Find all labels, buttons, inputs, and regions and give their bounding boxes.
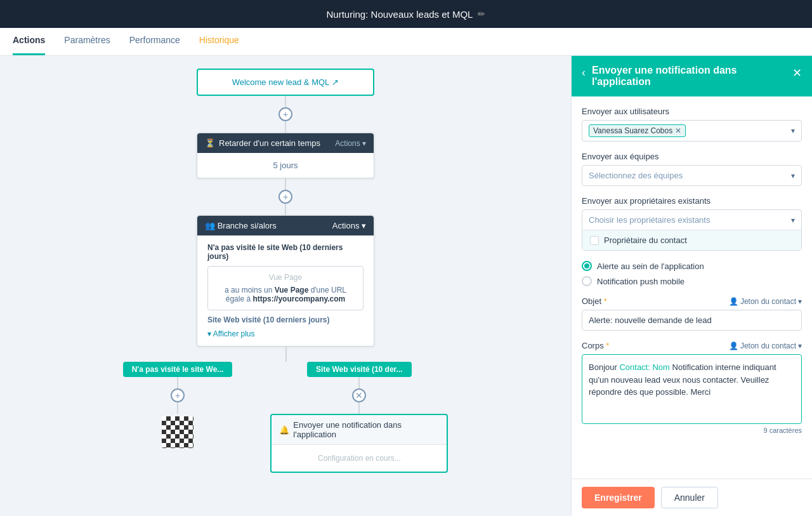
branch-header-left: 👥 Branche si/alors — [205, 221, 277, 230]
workflow-center: Welcome new lead & MQL ↗ + ⏳ Retarder d'… — [25, 69, 546, 473]
teams-dropdown-arrow: ▾ — [791, 171, 795, 180]
jeton-label: Jeton du contact — [740, 297, 796, 306]
vue-page-desc: a au moins un Vue Page d'une URL égale à… — [214, 286, 357, 303]
jeton-chevron: ▾ — [798, 297, 802, 306]
owners-dropdown-trigger[interactable]: Choisir les propriétaires existants ▾ — [582, 210, 801, 230]
notification-type-group: Alerte au sein de l'application Notifica… — [582, 261, 802, 286]
send-to-users-label: Envoyer aux utilisateurs — [582, 107, 802, 116]
cancel-button[interactable]: Annuler — [661, 487, 718, 508]
corps-contact: Contact: Nom — [619, 362, 669, 372]
vue-page-desc-1: a au moins un — [225, 286, 272, 294]
jeton-icon: 👤 — [729, 297, 738, 306]
show-more-btn[interactable]: ▾ Afficher plus — [207, 329, 363, 338]
email-link[interactable]: Welcome new lead & MQL ↗ — [208, 77, 363, 87]
char-count: 9 caractères — [582, 427, 802, 434]
delay-node-body: 5 jours — [197, 153, 374, 178]
corps-jeton-chevron: ▾ — [798, 341, 802, 350]
email-node: Welcome new lead & MQL ↗ — [197, 69, 374, 96]
site-visited-label: Site Web visité (10 derniers jours) — [207, 315, 363, 324]
connector-line-3 — [285, 178, 286, 190]
corps-jeton-btn[interactable]: 👤 Jeton du contact ▾ — [729, 341, 802, 350]
external-link-icon: ↗ — [332, 77, 339, 87]
objet-label: Objet * — [582, 296, 607, 306]
v-center-line — [285, 347, 287, 362]
users-dropdown-arrow: ▾ — [791, 126, 795, 135]
branches-row: N'a pas visité le site We... + Site Web … — [123, 362, 449, 473]
tab-performance[interactable]: Performance — [129, 28, 180, 55]
remove-right-btn[interactable]: ✕ — [352, 388, 366, 402]
main-layout: Welcome new lead & MQL ↗ + ⏳ Retarder d'… — [0, 56, 812, 516]
delay-node: ⏳ Retarder d'un certain temps Actions ▾ … — [197, 133, 374, 178]
connector-2: + — [278, 178, 292, 215]
branch-h-connector — [178, 347, 393, 362]
notif-node-header: 🔔 Envoyer une notification dans l'applic… — [272, 415, 447, 445]
objet-label-text: Objet — [582, 296, 601, 306]
branch-icon: 👥 — [205, 221, 215, 230]
connector-line — [285, 96, 286, 107]
branch-connector-area: N'a pas visité le site We... + Site Web … — [25, 347, 546, 473]
delay-actions-btn[interactable]: Actions ▾ — [335, 139, 366, 148]
tab-historique[interactable]: Historique — [199, 28, 239, 55]
teams-dropdown[interactable]: Sélectionnez des équipes ▾ — [582, 165, 802, 186]
send-to-owners-group: Envoyer aux propriétaires existants Choi… — [582, 196, 802, 251]
users-dropdown[interactable]: Vanessa Suarez Cobos ✕ ▾ — [582, 120, 802, 142]
send-to-teams-group: Envoyer aux équipes Sélectionnez des équ… — [582, 152, 802, 186]
delay-title: Retarder d'un certain temps — [219, 138, 320, 148]
branch-body: N'a pas visité le site Web (10 derniers … — [197, 235, 374, 346]
panel-title: Envoyer une notification dans l'applicat… — [592, 65, 792, 88]
right-connector-line-2 — [358, 402, 360, 414]
radio-mobile-item[interactable]: Notification push mobile — [582, 276, 802, 286]
radio-mobile-label: Notification push mobile — [597, 277, 684, 286]
top-bar: Nurturing: Nouveaux leads et MQL ✏ — [0, 0, 812, 28]
add-left-branch-btn[interactable]: + — [171, 388, 185, 402]
objet-input[interactable] — [582, 310, 802, 331]
corps-group: Corps * 👤 Jeton du contact ▾ Bonjour Con… — [582, 341, 802, 434]
branch-condition: N'a pas visité le site Web (10 derniers … — [207, 243, 363, 261]
email-link-text: Welcome new lead & MQL — [232, 77, 330, 87]
branch-node: 👥 Branche si/alors Actions ▾ N'a pas vis… — [197, 215, 374, 347]
edit-icon[interactable]: ✏ — [478, 9, 485, 19]
add-action-btn-2[interactable]: + — [278, 190, 292, 204]
tab-actions[interactable]: Actions — [13, 28, 45, 55]
radio-app-item[interactable]: Alerte au sein de l'application — [582, 261, 802, 271]
branch-title: Branche si/alors — [218, 221, 277, 230]
panel-close-btn[interactable]: ✕ — [792, 66, 802, 80]
corps-label-text: Corps — [582, 341, 604, 350]
corps-textarea[interactable]: Bonjour Contact: Nom Notification intern… — [582, 354, 802, 424]
left-connector-line — [177, 377, 178, 388]
save-button[interactable]: Enregistrer — [582, 487, 655, 508]
proprietaire-option[interactable]: Propriétaire du contact — [582, 230, 801, 250]
corps-jeton-icon: 👤 — [729, 341, 738, 350]
proprietaire-checkbox[interactable] — [590, 236, 599, 245]
panel-header: ‹ Envoyer une notification dans l'applic… — [572, 56, 812, 96]
corps-bonjour: Bonjour — [589, 362, 619, 372]
tab-bar: Actions Paramètres Performance Historiqu… — [0, 28, 812, 56]
left-branch-label: N'a pas visité le site We... — [123, 362, 233, 377]
left-branch-col: N'a pas visité le site We... + — [123, 362, 233, 448]
add-action-btn-1[interactable]: + — [278, 107, 292, 121]
tab-parametres[interactable]: Paramètres — [64, 28, 110, 55]
right-branch-col: Site Web visité (10 der... ✕ 🔔 Envoyer u… — [270, 362, 448, 473]
corps-label-row: Corps * 👤 Jeton du contact ▾ — [582, 341, 802, 350]
owners-dropdown[interactable]: Choisir les propriétaires existants ▾ Pr… — [582, 209, 802, 251]
radio-mobile-circle[interactable] — [582, 276, 592, 286]
vue-page-url: https://yourcompany.com — [252, 294, 345, 303]
radio-app-circle[interactable] — [582, 261, 592, 271]
delay-node-header: ⏳ Retarder d'un certain temps Actions ▾ — [197, 133, 374, 153]
connector-line-2 — [285, 121, 286, 133]
user-tag-text: Vanessa Suarez Cobos — [593, 126, 672, 135]
proprietaire-label: Propriétaire du contact — [604, 235, 687, 245]
owners-placeholder: Choisir les propriétaires existants — [589, 215, 710, 225]
vue-page-box: Vue Page a au moins un Vue Page d'une UR… — [207, 266, 363, 310]
send-to-users-group: Envoyer aux utilisateurs Vanessa Suarez … — [582, 107, 802, 142]
left-connector-line-2 — [177, 402, 178, 414]
branch-actions-btn[interactable]: Actions ▾ — [332, 221, 366, 230]
connector-1: + — [278, 96, 292, 133]
objet-jeton-btn[interactable]: 👤 Jeton du contact ▾ — [729, 297, 802, 306]
user-tag-remove[interactable]: ✕ — [675, 126, 681, 135]
objet-label-row: Objet * 👤 Jeton du contact ▾ — [582, 296, 802, 306]
delay-header-left: ⏳ Retarder d'un certain temps — [205, 138, 320, 148]
corps-required: * — [604, 341, 610, 350]
panel-back-btn[interactable]: ‹ — [582, 66, 586, 79]
panel-body: Envoyer aux utilisateurs Vanessa Suarez … — [572, 96, 812, 479]
